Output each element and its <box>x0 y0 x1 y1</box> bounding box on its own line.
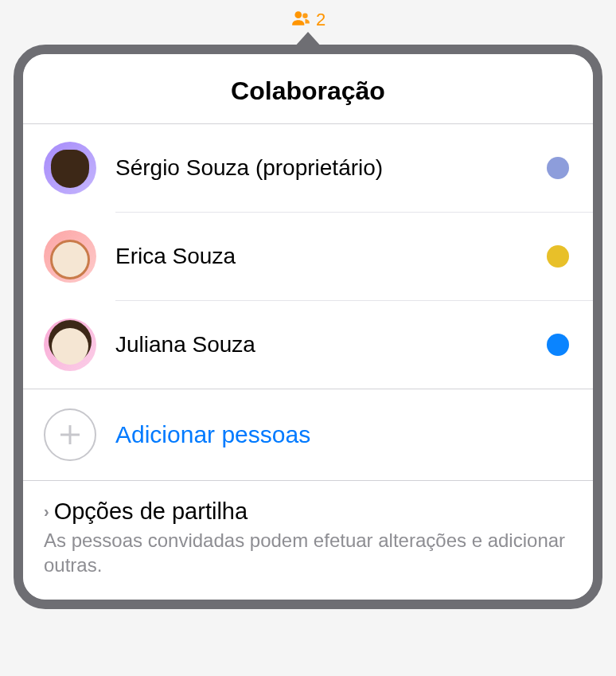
avatar <box>44 230 96 283</box>
popover-arrow <box>294 32 322 48</box>
avatar <box>44 142 96 194</box>
svg-point-1 <box>302 14 308 19</box>
share-options-button[interactable]: › Opções de partilha As pessoas convidad… <box>23 481 593 600</box>
add-people-button[interactable]: Adicionar pessoas <box>23 389 593 481</box>
share-options-title: Opções de partilha <box>54 498 248 525</box>
share-options-description: As pessoas convidadas podem efetuar alte… <box>44 528 572 577</box>
add-people-label: Adicionar pessoas <box>115 421 310 448</box>
popover-title: Colaboração <box>39 76 577 106</box>
plus-icon <box>44 408 96 461</box>
popover-header: Colaboração <box>23 54 593 124</box>
collaboration-popover: Colaboração Sérgio Souza (proprietário) … <box>14 32 602 609</box>
avatar <box>44 318 96 371</box>
color-indicator <box>547 157 569 179</box>
participant-name: Erica Souza <box>115 244 547 269</box>
participant-name: Sérgio Souza (proprietário) <box>115 155 547 181</box>
color-indicator <box>547 334 569 356</box>
participants-list: Sérgio Souza (proprietário) Erica Souza … <box>23 124 593 389</box>
svg-point-0 <box>294 11 302 18</box>
participant-row[interactable]: Juliana Souza <box>115 301 593 389</box>
participant-row[interactable]: Erica Souza <box>115 213 593 301</box>
indicator-count: 2 <box>316 10 326 30</box>
people-icon <box>290 8 311 32</box>
chevron-right-icon: › <box>44 502 49 521</box>
participant-name: Juliana Souza <box>115 332 547 358</box>
collaboration-indicator[interactable]: 2 <box>290 8 326 32</box>
participant-row[interactable]: Sérgio Souza (proprietário) <box>115 124 593 213</box>
color-indicator <box>547 245 569 268</box>
